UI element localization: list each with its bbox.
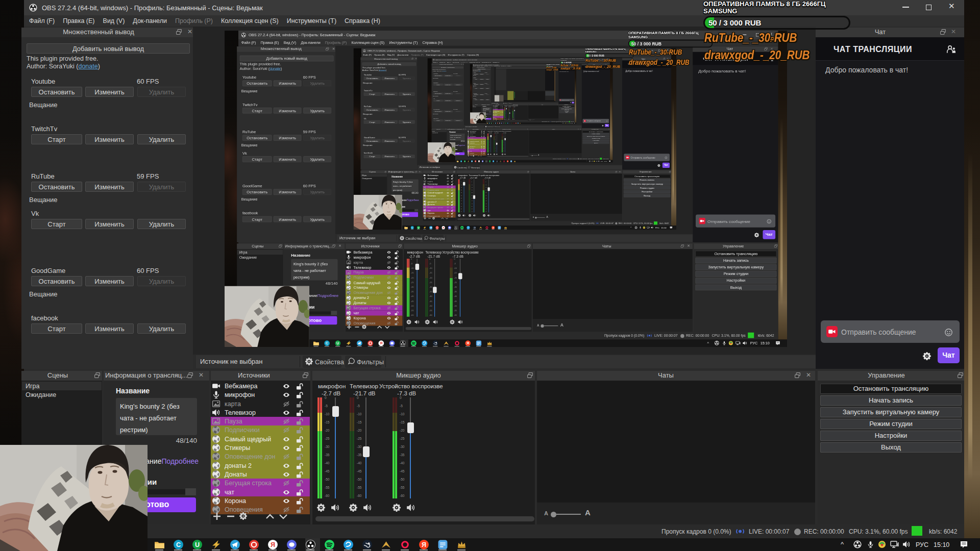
svg-text:Я: Я xyxy=(443,227,444,229)
svg-text:Я: Я xyxy=(467,341,469,345)
svg-text:U: U xyxy=(336,341,339,345)
svg-text:C: C xyxy=(176,541,181,548)
svg-text:U: U xyxy=(195,541,200,548)
svg-text:Я: Я xyxy=(422,541,426,548)
svg-text:Я: Я xyxy=(271,541,275,548)
svg-text:C: C xyxy=(326,341,329,345)
svg-text:C: C xyxy=(411,227,413,229)
svg-text:U: U xyxy=(418,227,419,229)
svg-text:Я: Я xyxy=(380,341,382,345)
svg-text:Я: Я xyxy=(493,227,494,229)
